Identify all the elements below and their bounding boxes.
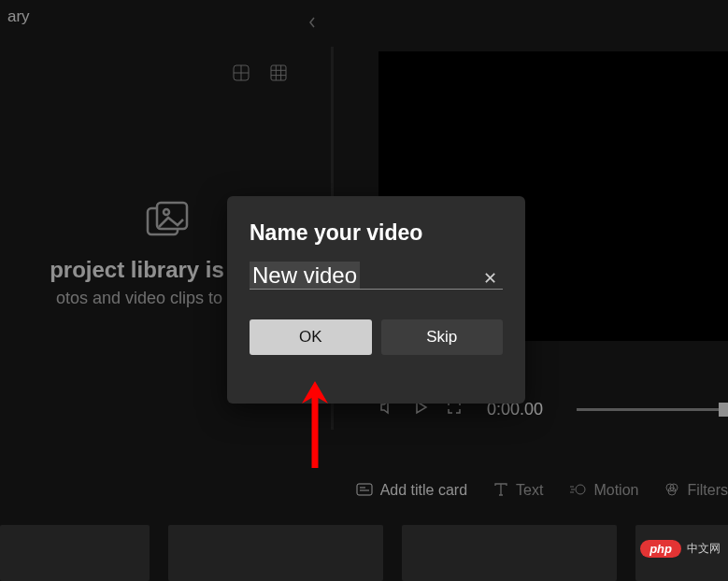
clear-input-icon[interactable]: ✕ — [483, 268, 497, 289]
ok-button[interactable]: OK — [250, 319, 372, 355]
watermark-text: 中文网 — [687, 541, 721, 557]
watermark-badge: php — [640, 540, 681, 558]
watermark: php 中文网 — [640, 540, 721, 558]
dialog-title: Name your video — [250, 220, 503, 246]
skip-button[interactable]: Skip — [381, 319, 504, 355]
video-name-input[interactable]: New video — [250, 262, 469, 289]
name-video-dialog: Name your video New video ✕ OK Skip — [227, 196, 525, 404]
